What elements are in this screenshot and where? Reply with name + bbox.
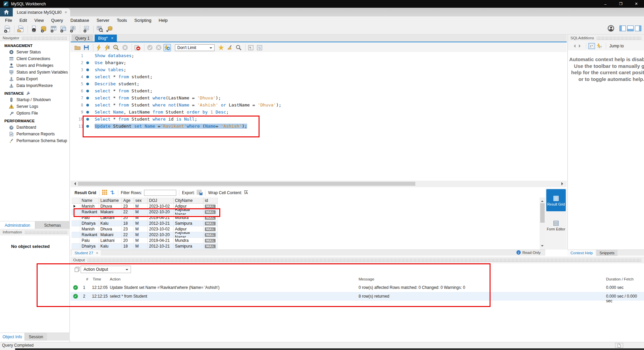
menu-server[interactable]: Server bbox=[93, 18, 113, 23]
menu-edit[interactable]: Edit bbox=[16, 18, 31, 23]
create-function-icon[interactable]: f() bbox=[82, 25, 91, 34]
explain-plan-icon[interactable] bbox=[112, 44, 120, 51]
editor-tab-query-1[interactable]: Query 1 bbox=[72, 35, 93, 42]
grid-cell-id[interactable]: NULL bbox=[203, 244, 218, 249]
grid-cell[interactable]: Rajvada Nagar bbox=[174, 209, 203, 215]
grid-cell[interactable]: Lakhani bbox=[99, 238, 122, 244]
grid-cell[interactable]: Kalu bbox=[99, 244, 122, 249]
nav-item-server-status[interactable]: Server Status bbox=[0, 49, 70, 55]
find-icon[interactable] bbox=[235, 44, 242, 51]
create-procedure-icon[interactable] bbox=[68, 25, 77, 34]
code-line-7[interactable]: 7select * from Student where(LastName = … bbox=[71, 94, 567, 101]
grid-column-header-cityname[interactable]: CityName bbox=[174, 198, 203, 204]
grid-column-header-sex[interactable]: sex bbox=[134, 198, 148, 204]
grid-column-header-age[interactable]: Age bbox=[122, 198, 134, 204]
grid-cell-id[interactable]: NULL bbox=[203, 215, 218, 221]
create-table-icon[interactable] bbox=[49, 25, 58, 34]
menu-help[interactable]: Help bbox=[155, 18, 172, 23]
grid-cell[interactable]: Makani bbox=[99, 209, 122, 215]
inspector-icon[interactable]: i bbox=[30, 25, 38, 34]
grid-cell[interactable]: 2023-10-02 bbox=[148, 204, 174, 209]
table-row[interactable]: PaluLakhani20M2019-04-21MundraNULL bbox=[72, 215, 218, 221]
grid-cell[interactable]: 2019-04-21 bbox=[148, 238, 174, 244]
tab-student-27[interactable]: Student 27 × bbox=[72, 250, 101, 256]
back-icon[interactable] bbox=[572, 44, 576, 48]
nav-item-startup-shutdown[interactable]: Startup / Shutdown bbox=[0, 96, 70, 103]
clean-script-icon[interactable] bbox=[226, 44, 233, 51]
toggle-wrap-icon[interactable] bbox=[256, 44, 263, 51]
toggle-autocommit-icon[interactable] bbox=[164, 44, 171, 51]
nav-item-status-and-system-variables[interactable]: Status and System Variables bbox=[0, 69, 70, 76]
grid-cell[interactable]: M bbox=[134, 226, 148, 232]
grid-cell[interactable]: M bbox=[134, 204, 148, 209]
grid-cell[interactable]: 2022-10-20 bbox=[148, 209, 174, 215]
grid-cell[interactable]: Palu bbox=[80, 215, 99, 221]
create-view-icon[interactable] bbox=[59, 25, 67, 34]
grid-cell[interactable]: Dhuva bbox=[99, 226, 122, 232]
scroll-down-icon[interactable] bbox=[541, 245, 544, 248]
table-row[interactable]: DhairyaKalu18M2012-10-21SamipuraNULL bbox=[72, 244, 218, 249]
execute-script-icon[interactable] bbox=[95, 44, 102, 51]
form-editor-view-button[interactable]: ▤ Form Editor bbox=[546, 215, 566, 235]
scrollbar-thumb[interactable] bbox=[78, 182, 415, 186]
open-sql-script-icon[interactable]: SQL bbox=[16, 25, 25, 34]
table-row[interactable]: RavikantMakani22M2022-10-20Rajvada Nagar… bbox=[72, 209, 218, 215]
grid-cell-id[interactable]: NULL bbox=[203, 221, 218, 226]
nav-item-performance-reports[interactable]: Performance Reports bbox=[0, 131, 70, 137]
grid-cell[interactable]: 23 bbox=[122, 226, 134, 232]
beautify-script-icon[interactable] bbox=[217, 44, 225, 51]
code-line-3[interactable]: 3show tables; bbox=[71, 66, 567, 73]
grid-cell[interactable]: Manish bbox=[80, 204, 99, 209]
grid-cell[interactable]: Samipura bbox=[174, 244, 203, 249]
grid-cell[interactable]: Makani bbox=[99, 232, 122, 238]
grid-cell-id[interactable]: NULL bbox=[203, 204, 218, 209]
grid-cell[interactable]: M bbox=[134, 232, 148, 238]
menu-database[interactable]: Database bbox=[67, 18, 93, 23]
new-query-tab-icon[interactable]: SQL bbox=[3, 25, 11, 34]
open-file-icon[interactable] bbox=[74, 44, 81, 51]
grid-cell[interactable]: 2022-10-20 bbox=[148, 232, 174, 238]
jump-to-label[interactable]: Jump to bbox=[609, 44, 624, 48]
copy-output-icon[interactable] bbox=[75, 267, 80, 273]
grid-cell[interactable]: 2012-10-21 bbox=[148, 221, 174, 226]
output-row[interactable]: ✓112:12:05Update Student set Name ='Ravi… bbox=[71, 283, 644, 292]
nav-item-server-logs[interactable]: Server Logs bbox=[0, 103, 70, 110]
filter-rows-input[interactable] bbox=[144, 190, 176, 196]
code-line-8[interactable]: 8select * from Student where not(Name = … bbox=[71, 101, 567, 108]
code-line-10[interactable]: 10Select * from Student where id is Null… bbox=[71, 116, 567, 123]
tab-object-info[interactable]: Object Info bbox=[0, 333, 25, 341]
grid-cell[interactable]: 20 bbox=[122, 238, 134, 244]
code-line-2[interactable]: 2Use bhargav; bbox=[71, 59, 567, 66]
grid-cell[interactable]: Manish bbox=[80, 226, 99, 232]
result-grid-table[interactable]: NameLastNameAgesexDOJCityNameidManishDhu… bbox=[72, 198, 218, 249]
grid-cell[interactable]: 20 bbox=[122, 215, 134, 221]
editor-horizontal-scrollbar[interactable] bbox=[71, 181, 567, 187]
grid-cell-id[interactable]: NULL bbox=[203, 238, 218, 244]
grid-cell[interactable]: 2012-10-21 bbox=[148, 244, 174, 249]
code-line-6[interactable]: 6select * from Student; bbox=[71, 87, 567, 94]
table-row[interactable]: ManishDhuva23M2023-10-02AdipurNULL bbox=[72, 226, 218, 232]
menu-file[interactable]: File bbox=[1, 18, 16, 23]
grid-cell[interactable]: 23 bbox=[122, 204, 134, 209]
nav-item-users-and-privileges[interactable]: Users and Privileges bbox=[0, 62, 70, 69]
menu-query[interactable]: Query bbox=[47, 18, 66, 23]
search-data-icon[interactable] bbox=[95, 25, 104, 34]
minimize-button[interactable]: – bbox=[598, 0, 613, 8]
grid-cell[interactable]: M bbox=[134, 209, 148, 215]
wrap-cell-content-icon[interactable]: ĪA bbox=[244, 191, 248, 195]
refresh-icon[interactable] bbox=[110, 190, 115, 196]
nav-item-performance-schema-setup[interactable]: Performance Schema Setup bbox=[0, 137, 70, 144]
grid-cell[interactable]: M bbox=[134, 238, 148, 244]
connection-tab[interactable]: Local instance MySQL80 × bbox=[13, 8, 70, 16]
limit-rows-dropdown[interactable]: Don't Limit bbox=[175, 44, 215, 51]
output-mode-dropdown[interactable]: Action Output bbox=[81, 266, 131, 273]
table-row[interactable]: PaluLakhani20M2019-04-21MundraNULL bbox=[72, 238, 218, 244]
toggle-left-panel-button[interactable] bbox=[619, 26, 626, 31]
grid-cell[interactable]: Adipur bbox=[174, 204, 203, 209]
grid-cell[interactable]: M bbox=[134, 221, 148, 226]
grid-options-icon[interactable] bbox=[102, 190, 107, 196]
connect-database-icon[interactable] bbox=[105, 25, 114, 34]
code-line-4[interactable]: 4select * from student; bbox=[71, 73, 567, 80]
scroll-up-icon[interactable] bbox=[541, 199, 544, 202]
grid-cell[interactable]: Palu bbox=[80, 238, 99, 244]
